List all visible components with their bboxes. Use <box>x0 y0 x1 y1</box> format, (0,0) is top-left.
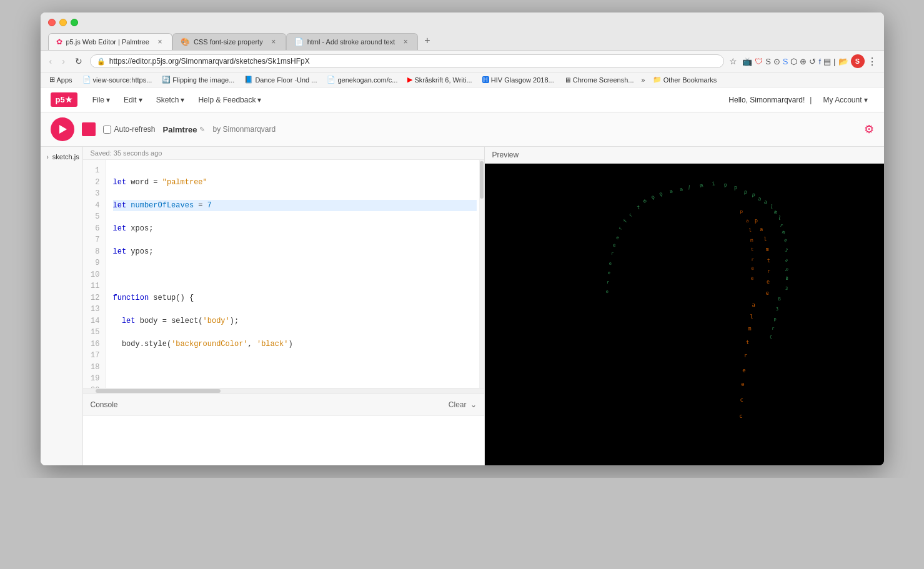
svg-text:B: B <box>778 297 780 302</box>
menu-edit[interactable]: Edit ▾ <box>117 93 149 107</box>
my-account-menu[interactable]: My Account ▾ <box>817 93 873 107</box>
facebook-icon[interactable]: f <box>818 57 821 66</box>
play-button[interactable] <box>51 117 74 141</box>
apps-icon: ⊞ <box>49 76 55 84</box>
menu-help[interactable]: Help & Feedback ▾ <box>192 93 267 107</box>
back-button[interactable]: ‹ <box>47 55 55 67</box>
address-text: https://editor.p5js.org/Simonmarqvard/sk… <box>109 57 717 66</box>
bookmark-chrome[interactable]: 🖥 Chrome Screensh... <box>562 75 637 85</box>
menu-file-label: File <box>92 96 104 104</box>
bookmarks-bar: ⊞ Apps 📄 view-source:https... 🔄 Flipping… <box>41 72 884 87</box>
tab-p5js[interactable]: ✿ p5.js Web Editor | Palmtree × <box>48 33 173 50</box>
sketch-name-text[interactable]: Palmtree <box>163 125 197 134</box>
svg-text:m: m <box>750 237 753 243</box>
stop-button[interactable] <box>82 122 96 136</box>
settings-gear[interactable]: ⚙ <box>864 122 874 136</box>
close-button[interactable] <box>48 19 56 26</box>
line-numbers: 1 2 3 4 5 6 7 8 9 10 11 12 13 14 <box>83 160 106 388</box>
tab-close-html[interactable]: × <box>401 37 410 46</box>
hscroll-thumb[interactable] <box>96 389 221 393</box>
bookmark-viewsource-label: view-source:https... <box>93 76 152 84</box>
tab-html[interactable]: 📄 html - Add stroke around text × <box>286 33 419 50</box>
svg-text:e: e <box>741 381 744 387</box>
address-bar[interactable]: 🔒 https://editor.p5js.org/Simonmarqvard/… <box>90 54 724 68</box>
separator-icon: | <box>833 57 835 66</box>
bookmark-dance-label: Dance Floor -Und ... <box>255 76 317 84</box>
svg-text:l: l <box>748 227 752 233</box>
vertical-scrollbar[interactable] <box>479 160 484 388</box>
cast-icon[interactable]: 📺 <box>742 57 752 66</box>
preview-panel: Preview m i / a a p p <box>484 147 884 465</box>
svg-text:r: r <box>751 257 754 262</box>
extension-icon-3[interactable]: ⬡ <box>790 57 797 66</box>
p5-menu-left: p5★ File ▾ Edit ▾ Sketch ▾ Help & Feedba… <box>51 92 268 107</box>
sketch-owner: by Simonmarqvard <box>212 125 276 134</box>
bookmark-flipping[interactable]: 🔄 Flipping the image... <box>159 74 237 85</box>
tab-title-html: html - Add stroke around text <box>307 38 395 46</box>
bookmark-other[interactable]: 📁 Other Bookmarks <box>650 74 720 85</box>
forward-button[interactable]: › <box>59 55 67 67</box>
bookmark-dance[interactable]: 📘 Dance Floor -Und ... <box>242 74 319 85</box>
clear-button[interactable]: Clear <box>449 400 467 409</box>
tab-favicon-html: 📄 <box>294 37 304 46</box>
browser-window: ✿ p5.js Web Editor | Palmtree × 🎨 CSS fo… <box>41 12 884 465</box>
minimize-button[interactable] <box>59 19 67 26</box>
svg-text:3: 3 <box>775 307 778 312</box>
extension-icon-2[interactable]: ⊙ <box>773 57 780 66</box>
chrome-icon: 🖥 <box>564 76 571 84</box>
lock-icon: 🔒 <box>97 57 106 66</box>
bookmark-apps[interactable]: ⊞ Apps <box>47 74 75 85</box>
maximize-button[interactable] <box>71 19 78 26</box>
profile-icon[interactable]: S <box>851 54 865 68</box>
saved-status: Saved: 35 seconds ago <box>91 149 162 157</box>
bookmark-genekogan[interactable]: 📄 genekogan.com/c... <box>324 74 400 85</box>
lastpass-icon[interactable]: ⊕ <box>800 57 807 66</box>
svg-text:e: e <box>750 275 753 281</box>
console-chevron-icon[interactable]: ⌄ <box>470 400 477 409</box>
code-header: Saved: 35 seconds ago <box>83 147 484 160</box>
bookmarks-overflow[interactable]: » <box>642 76 645 84</box>
extension-icon-4[interactable]: ↺ <box>809 57 816 66</box>
docs-icon[interactable]: ▤ <box>823 57 831 66</box>
svg-text:B: B <box>785 276 788 281</box>
code-body[interactable]: 1 2 3 4 5 6 7 8 9 10 11 12 13 14 <box>83 160 484 388</box>
bookmark-skraskrift[interactable]: ▶ Skråskrift 6, Writi... <box>405 74 474 85</box>
bookmark-star[interactable]: ☆ <box>729 56 737 66</box>
menu-sketch[interactable]: Sketch ▾ <box>150 93 191 107</box>
by-label: by <box>212 125 221 134</box>
file-panel-toggle[interactable]: › sketch.js ● <box>41 147 82 167</box>
extension-icon-s[interactable]: S <box>765 57 771 66</box>
code-content[interactable]: let word = "palmtree" let numberOfLeaves… <box>106 160 484 388</box>
console-body <box>83 415 484 465</box>
svg-text:C: C <box>770 335 772 340</box>
menu-file[interactable]: File ▾ <box>86 93 116 107</box>
refresh-button[interactable]: ↻ <box>72 55 85 67</box>
traffic-lights <box>48 19 877 26</box>
scrollbar-thumb[interactable] <box>480 161 484 199</box>
menu-file-arrow: ▾ <box>106 96 110 104</box>
adblock-icon[interactable]: 🛡 <box>755 57 763 66</box>
bookmarks-icon[interactable]: 📂 <box>838 57 848 66</box>
owner-name: Simonmarqvard <box>222 125 276 134</box>
tab-close-p5js[interactable]: × <box>156 37 164 46</box>
svg-text:e: e <box>765 290 768 296</box>
tabs-row: ✿ p5.js Web Editor | Palmtree × 🎨 CSS fo… <box>48 31 877 50</box>
menu-dots[interactable]: ⋮ <box>867 56 878 67</box>
p5-app: p5★ File ▾ Edit ▾ Sketch ▾ Help & Feedba… <box>41 87 884 465</box>
dance-icon: 📘 <box>244 76 253 84</box>
console-bar: Console Clear ⌄ <box>83 393 484 415</box>
tab-close-css[interactable]: × <box>269 37 278 46</box>
bookmark-viewsource[interactable]: 📄 view-source:https... <box>80 74 155 85</box>
svg-text:r: r <box>772 326 774 331</box>
tab-css[interactable]: 🎨 CSS font-size property × <box>172 33 286 50</box>
tab-favicon-p5js: ✿ <box>56 37 62 46</box>
nav-bar: ‹ › ↻ 🔒 https://editor.p5js.org/Simonmar… <box>41 51 884 72</box>
autorefresh-checkbox[interactable] <box>103 126 111 134</box>
new-tab-button[interactable]: + <box>418 31 436 50</box>
svg-text:r: r <box>610 251 613 256</box>
horizontal-scrollbar[interactable] <box>83 388 484 393</box>
bookmark-hiv[interactable]: H HIV Glasgow 2018... <box>480 75 557 85</box>
p5-toolbar: Auto-refresh Palmtree ✎ by Simonmarqvard… <box>41 112 884 147</box>
skype-icon[interactable]: S <box>783 57 788 66</box>
pencil-icon[interactable]: ✎ <box>199 126 205 134</box>
